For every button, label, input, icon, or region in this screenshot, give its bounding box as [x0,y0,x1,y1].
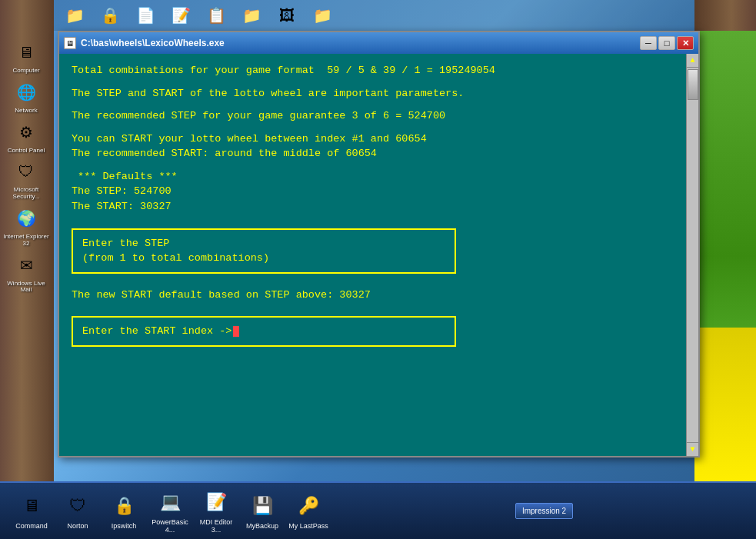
start-input-box[interactable]: Enter the START index -> [72,316,456,347]
sidebar-item-network[interactable]: 🌐 Network [3,78,49,115]
term-line-defaults: *** Defaults *** [72,169,672,185]
top-icon-4[interactable]: 📝 [166,3,195,28]
sidebar-label-mail: Windows Live Mail [3,281,49,294]
taskbar-window-button[interactable]: Impression 2 [515,503,573,519]
term-line-2: The STEP and START of the lotto wheel ar… [72,86,672,101]
terminal-content: Total combinations for your game format … [59,54,698,456]
terminal-inner: Total combinations for your game format … [72,63,672,447]
taskbar-label-command: Command [15,523,48,531]
sidebar-item-security[interactable]: 🛡 Microsoft Security... [3,158,49,201]
term-line-1: Total combinations for your game format … [72,63,672,78]
taskbar-label-mybackup: MyBackup [246,523,278,531]
scrollbar-down-button[interactable]: ▼ [687,442,698,456]
powerbasic-icon: 💻 [155,488,185,517]
taskbar-label-lastpass: My LastPass [288,523,328,531]
taskbar-label-mdi: MDI Editor 3... [196,519,236,534]
start-box-text: Enter the START index -> [82,325,231,337]
top-icon-5[interactable]: 📋 [201,3,231,28]
cursor [233,326,239,337]
maximize-button[interactable]: □ [658,36,675,50]
term-line-3: The recommended STEP for your game guara… [72,108,672,124]
title-bar: 🖥 C:\bas\wheels\LexicoWheels.exe ─ □ ✕ [59,32,698,54]
top-icon-7[interactable]: 🖼 [272,3,301,28]
scrollbar-track: ▲ ▼ [687,54,698,456]
command-icon: 🖥 [17,491,46,521]
term-line-start: The START: 30327 [72,199,672,215]
top-icon-1[interactable]: 📁 [60,3,89,28]
control-panel-icon: ⚙ [12,118,40,146]
sidebar-label-control-panel: Control Panel [8,148,45,155]
ipswitch-icon: 🔒 [109,491,138,521]
desktop: 📁 🔒 📄 📝 📋 📁 🖼 📁 🖥 Computer 🌐 Network ⚙ C… [0,0,756,539]
top-icon-8[interactable]: 📁 [308,3,337,28]
close-button[interactable]: ✕ [677,36,694,50]
sidebar-label-ie: Internet Explorer 32 [3,234,49,248]
top-icon-3[interactable]: 📄 [131,3,160,28]
title-bar-left: 🖥 C:\bas\wheels\LexicoWheels.exe [64,37,225,49]
top-icon-6[interactable]: 📁 [237,3,266,28]
top-icon-bar: 📁 🔒 📄 📝 📋 📁 🖼 📁 [54,0,694,31]
taskbar-icons: 🖥 Command 🛡 Norton 🔒 Ipswitch 💻 PowerBas… [4,488,336,534]
top-icon-2[interactable]: 🔒 [95,3,125,28]
mybackup-icon: 💾 [248,491,277,521]
ie-icon: 🌍 [12,205,40,232]
taskbar-item-mybackup[interactable]: 💾 MyBackup [242,488,282,534]
scrollbar-thumb[interactable] [688,69,698,100]
scrollbar-up-button[interactable]: ▲ [687,54,698,68]
sidebar-item-mail[interactable]: ✉ Windows Live Mail [3,251,49,294]
mdi-icon: 📝 [201,488,231,517]
term-line-4: You can START your lotto wheel between i… [72,131,672,147]
sidebar-item-computer[interactable]: 🖥 Computer [3,38,49,75]
taskbar-item-command[interactable]: 🖥 Command [12,488,52,534]
step-input-box[interactable]: Enter the STEP (from 1 to total combinat… [72,228,456,274]
taskbar-label-ipswitch: Ipswitch [112,523,137,531]
norton-icon: 🛡 [63,491,92,521]
title-bar-text: C:\bas\wheels\LexicoWheels.exe [81,38,225,48]
taskbar-item-ipswitch[interactable]: 🔒 Ipswitch [104,488,144,534]
taskbar-item-norton[interactable]: 🛡 Norton [58,488,98,534]
taskbar-label-norton: Norton [67,523,88,531]
taskbar-item-mdi[interactable]: 📝 MDI Editor 3... [196,488,236,534]
sidebar-item-ie[interactable]: 🌍 Internet Explorer 32 [3,205,49,248]
network-icon: 🌐 [12,78,40,106]
security-icon: 🛡 [12,158,40,185]
step-box-line1: Enter the STEP [82,236,445,251]
window-icon: 🖥 [64,37,76,49]
sidebar-label-security: Microsoft Security... [3,187,49,201]
desktop-yellow-area [694,328,756,481]
taskbar-label-powerbasic: PowerBasic 4... [150,519,190,534]
taskbar: 🖥 Command 🛡 Norton 🔒 Ipswitch 💻 PowerBas… [0,481,756,539]
term-line-step: The STEP: 524700 [72,184,672,199]
computer-icon: 🖥 [12,38,40,66]
lastpass-icon: 🔑 [294,491,323,521]
term-line-5: The recommended START: around the middle… [72,146,672,161]
sidebar-label-network: Network [15,108,37,115]
title-bar-buttons: ─ □ ✕ [640,36,694,50]
scrollbar[interactable]: ▲ ▼ [686,54,698,456]
mail-icon: ✉ [12,251,40,279]
taskbar-item-powerbasic[interactable]: 💻 PowerBasic 4... [150,488,190,534]
terminal-window: 🖥 C:\bas\wheels\LexicoWheels.exe ─ □ ✕ T… [58,31,700,457]
step-box-line2: (from 1 to total combinations) [82,251,445,266]
new-start-line: The new START default based on STEP abov… [72,288,672,303]
taskbar-item-lastpass[interactable]: 🔑 My LastPass [288,488,328,534]
sidebar-item-control-panel[interactable]: ⚙ Control Panel [3,118,49,155]
minimize-button[interactable]: ─ [640,36,657,50]
sidebar-label-computer: Computer [12,68,39,75]
sidebar-icons: 🖥 Computer 🌐 Network ⚙ Control Panel 🛡 M… [0,35,52,298]
